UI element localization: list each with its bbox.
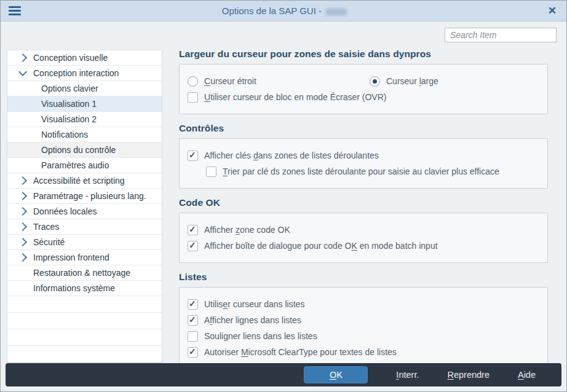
sidebar-item-label: Paramétrage - plusieurs lang. xyxy=(33,191,146,201)
sidebar-item-traces[interactable]: Traces xyxy=(7,219,162,235)
sidebar-item-visualisation-1[interactable]: Visualisation 1 xyxy=(7,96,162,112)
sidebar-item-label: Options clavier xyxy=(41,84,98,93)
checkbox-souligner-liens-listes[interactable] xyxy=(188,331,198,342)
checkbox-label: Autoriser Microsoft ClearType pour texte… xyxy=(204,347,397,357)
chevron-right-icon[interactable] xyxy=(18,192,27,200)
group-box-listes: Utiliser curseur dans listes Afficher li… xyxy=(179,287,548,369)
sidebar-item-label: Conception interaction xyxy=(33,68,119,78)
sidebar-item-label: Accessibilité et scripting xyxy=(33,176,125,186)
sidebar-item-label: Impression frontend xyxy=(33,253,109,262)
search-box xyxy=(445,28,557,42)
checkbox-afficher-cles-listes-deroulantes[interactable] xyxy=(188,151,198,161)
sidebar-item-impression-frontend[interactable]: Impression frontend xyxy=(7,250,162,265)
window-title-text: Options de la SAP GUI - xyxy=(222,6,322,16)
section-heading-listes: Listes xyxy=(179,272,548,283)
sidebar-item-conception-visuelle[interactable]: Conception visuelle xyxy=(7,50,162,66)
reset-button[interactable]: Reprendre xyxy=(447,370,490,380)
sidebar-item-label: Options du contrôle xyxy=(41,145,116,155)
sidebar-item-label: Notifications xyxy=(41,130,88,139)
checkbox-label: Utiliser curseur dans listes xyxy=(204,299,304,309)
options-dialog: Options de la SAP GUI - ✕ Conception vis… xyxy=(0,0,567,392)
sidebar-item-accessibilite-et-scripting[interactable]: Accessibilité et scripting xyxy=(7,173,162,189)
sidebar-item-label: Données locales xyxy=(33,206,97,216)
group-box-controles: Afficher clés dans zones de listes dérou… xyxy=(179,138,548,189)
section-heading-code-ok: Code OK xyxy=(179,197,548,208)
sidebar-empty-row xyxy=(7,296,162,313)
search-input[interactable] xyxy=(445,28,557,42)
sidebar-empty-row xyxy=(7,329,162,346)
cancel-button[interactable]: Interr. xyxy=(396,370,419,380)
sidebar-item-conception-interaction[interactable]: Conception interaction xyxy=(7,66,162,81)
radio-label: Curseur large xyxy=(386,76,438,86)
sidebar-item-label: Sécurité xyxy=(33,237,65,247)
sidebar-item-label: Restauration & nettoyage xyxy=(33,268,130,278)
chevron-right-icon[interactable] xyxy=(18,238,27,246)
sidebar-item-label: Visualisation 2 xyxy=(41,114,97,124)
sidebar-item-securite[interactable]: Sécurité xyxy=(7,235,162,250)
radio-curseur-large[interactable] xyxy=(370,76,380,87)
sidebar-item-parametres-audio[interactable]: Paramètres audio xyxy=(7,158,162,173)
chevron-right-icon[interactable] xyxy=(18,253,27,262)
chevron-down-icon[interactable] xyxy=(18,68,27,76)
close-icon[interactable]: ✕ xyxy=(548,6,557,16)
sidebar-item-label: Visualisation 1 xyxy=(41,99,97,109)
sidebar-item-visualisation-2[interactable]: Visualisation 2 xyxy=(7,112,162,127)
help-button[interactable]: Aide xyxy=(518,370,536,380)
sidebar-item-options-clavier[interactable]: Options clavier xyxy=(7,81,162,96)
checkbox-label: Afficher clés dans zones de listes dérou… xyxy=(204,151,379,160)
settings-tree: Conception visuelle Conception interacti… xyxy=(7,50,162,363)
menu-icon[interactable] xyxy=(9,4,21,17)
redacted-system-id xyxy=(326,9,347,15)
checkbox-afficher-lignes-listes[interactable] xyxy=(188,315,198,326)
group-box-code-ok: Afficher zone code OK Afficher boîte de … xyxy=(179,213,548,263)
window-title: Options de la SAP GUI - xyxy=(21,6,548,16)
title-bar: Options de la SAP GUI - ✕ xyxy=(1,1,566,22)
checkbox-label: Utiliser curseur de bloc en mode Écraser… xyxy=(204,92,386,102)
chevron-right-icon[interactable] xyxy=(18,222,27,231)
checkbox-boite-dialogue-batch-input[interactable] xyxy=(188,241,198,251)
section-heading-controles: Contrôles xyxy=(179,123,548,134)
sidebar-empty-row xyxy=(7,313,162,329)
footer-bar: OK Interr. Reprendre Aide xyxy=(6,363,561,386)
sidebar-item-informations-systeme[interactable]: Informations système xyxy=(7,281,162,296)
checkbox-label: Afficher boîte de dialogue pour code OK … xyxy=(204,241,438,251)
section-heading-cursor-width: Largeur du curseur pour zones de saisie … xyxy=(179,49,548,60)
group-box-cursor-width: Curseur étroit Curseur large Utiliser cu… xyxy=(179,64,548,114)
sidebar-item-restauration-nettoyage[interactable]: Restauration & nettoyage xyxy=(7,265,162,281)
ok-button[interactable]: OK xyxy=(304,366,368,383)
sidebar-item-options-du-controle[interactable]: Options du contrôle xyxy=(7,143,162,158)
checkbox-trier-par-cle[interactable] xyxy=(206,167,216,177)
sidebar-item-parametrage-plusieurs-lang[interactable]: Paramétrage - plusieurs lang. xyxy=(7,189,162,204)
checkbox-label: Afficher lignes dans listes xyxy=(204,315,301,325)
sidebar-item-label: Traces xyxy=(33,222,59,232)
sidebar-item-label: Paramètres audio xyxy=(41,160,109,170)
sidebar-item-notifications[interactable]: Notifications xyxy=(7,127,162,143)
sidebar-item-donnees-locales[interactable]: Données locales xyxy=(7,204,162,219)
checkbox-label: Trier par clé ds zones liste déroulante … xyxy=(223,167,499,176)
chevron-right-icon[interactable] xyxy=(18,176,27,185)
radio-label: Curseur étroit xyxy=(204,76,256,86)
chevron-right-icon[interactable] xyxy=(18,53,27,62)
checkbox-autoriser-cleartype[interactable] xyxy=(188,347,198,358)
checkbox-label: Afficher zone code OK xyxy=(204,225,290,235)
sidebar-item-label: Informations système xyxy=(33,283,115,293)
chevron-right-icon[interactable] xyxy=(18,207,27,216)
checkbox-utiliser-curseur-listes[interactable] xyxy=(188,299,198,310)
settings-panel: Largeur du curseur pour zones de saisie … xyxy=(179,49,548,378)
radio-curseur-etroit[interactable] xyxy=(188,76,198,87)
sidebar-empty-row xyxy=(7,346,162,362)
checkbox-afficher-zone-code-ok[interactable] xyxy=(188,225,198,235)
sidebar-item-label: Conception visuelle xyxy=(33,53,108,63)
checkbox-label: Souligner liens dans les listes xyxy=(204,331,317,341)
checkbox-curseur-bloc-ovr[interactable] xyxy=(188,92,198,103)
